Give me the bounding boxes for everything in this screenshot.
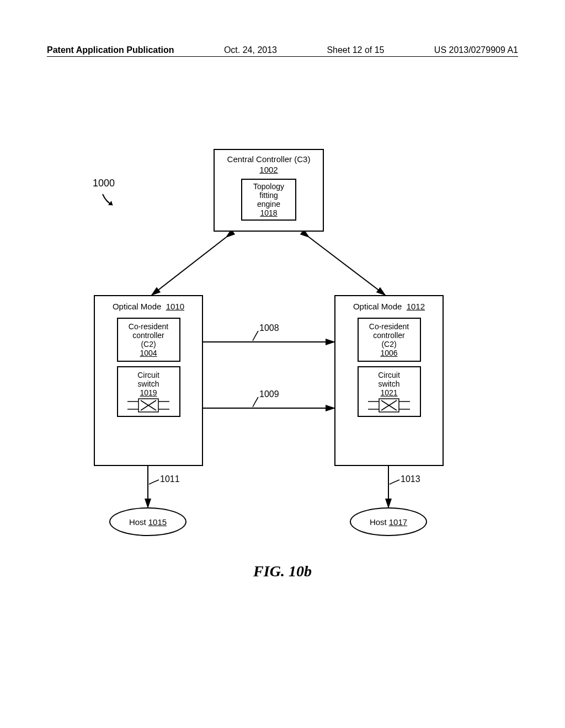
ctrl-l1-right: Co-resident bbox=[361, 322, 418, 331]
ref-1011: 1011 bbox=[160, 474, 180, 484]
ref-1021: 1021 bbox=[361, 388, 418, 397]
ref-1013: 1013 bbox=[401, 474, 420, 484]
switch-l2-left: switch bbox=[120, 379, 177, 388]
optical-node-right: Optical Mode 1012 Co-resident controller… bbox=[334, 295, 444, 466]
optical-node-left: Optical Mode 1010 Co-resident controller… bbox=[94, 295, 203, 466]
header-sheet: Sheet 12 of 15 bbox=[327, 45, 384, 55]
switch-cross-icon bbox=[367, 398, 411, 413]
ref-1002: 1002 bbox=[215, 165, 323, 174]
ref-1019: 1019 bbox=[120, 388, 177, 397]
ref-1008: 1008 bbox=[259, 323, 279, 333]
ctrl-l3-left: (C2) bbox=[120, 340, 177, 349]
header-date: Oct. 24, 2013 bbox=[224, 45, 277, 55]
coresident-controller-left: Co-resident controller (C2) 1004 bbox=[117, 318, 180, 362]
node-left-title-text: Optical Mode bbox=[113, 302, 161, 311]
central-controller-box: Central Controller (C3) 1002 Topology fi… bbox=[214, 149, 324, 232]
ctrl-l3-right: (C2) bbox=[361, 340, 418, 349]
topo-line3: engine bbox=[246, 200, 292, 208]
ctrl-l1-left: Co-resident bbox=[120, 322, 177, 331]
node-left-title: Optical Mode 1010 bbox=[95, 302, 202, 313]
ref-1006: 1006 bbox=[361, 349, 418, 357]
ref-1015: 1015 bbox=[148, 517, 167, 527]
topo-line1: Topology bbox=[246, 182, 292, 191]
host-left-label: Host bbox=[129, 517, 146, 527]
circuit-switch-right: Circuit switch 1021 bbox=[358, 366, 421, 417]
header-pubno: US 2013/0279909 A1 bbox=[434, 45, 518, 55]
svg-line-2 bbox=[309, 237, 385, 295]
switch-cross-icon bbox=[126, 398, 170, 413]
ref-1000: 1000 bbox=[93, 178, 115, 189]
ctrl-l2-left: controller bbox=[120, 331, 177, 340]
host-right: Host 1017 bbox=[350, 507, 427, 536]
node-right-title-text: Optical Mode bbox=[353, 302, 402, 311]
ref-1012: 1012 bbox=[407, 302, 425, 311]
host-left: Host 1015 bbox=[109, 507, 186, 536]
topology-engine-box: Topology fitting engine 1018 bbox=[241, 179, 296, 221]
node-right-title: Optical Mode 1012 bbox=[335, 302, 443, 313]
switch-l1-right: Circuit bbox=[361, 371, 418, 379]
central-title: Central Controller (C3) bbox=[215, 154, 323, 164]
ctrl-l2-right: controller bbox=[361, 331, 418, 340]
header-left: Patent Application Publication bbox=[47, 45, 174, 55]
diagram-figure: 1000 1008 1009 1011 1013 bbox=[77, 143, 497, 563]
switch-l2-right: switch bbox=[361, 379, 418, 388]
switch-l1-left: Circuit bbox=[120, 371, 177, 379]
page-header: Patent Application Publication Oct. 24, … bbox=[0, 45, 565, 55]
arrow-1000-icon bbox=[100, 192, 117, 208]
ref-1009: 1009 bbox=[259, 389, 279, 399]
ref-1010: 1010 bbox=[166, 302, 184, 311]
coresident-controller-right: Co-resident controller (C2) 1006 bbox=[358, 318, 421, 362]
circuit-switch-left: Circuit switch 1019 bbox=[117, 366, 180, 417]
topo-line2: fitting bbox=[246, 191, 292, 200]
ref-1017: 1017 bbox=[389, 517, 407, 527]
figure-caption: FIG. 10b bbox=[0, 563, 565, 580]
header-rule bbox=[47, 56, 518, 57]
svg-line-1 bbox=[152, 237, 226, 295]
ref-1004: 1004 bbox=[120, 349, 177, 357]
host-right-label: Host bbox=[370, 517, 387, 527]
ref-1018: 1018 bbox=[246, 208, 292, 217]
